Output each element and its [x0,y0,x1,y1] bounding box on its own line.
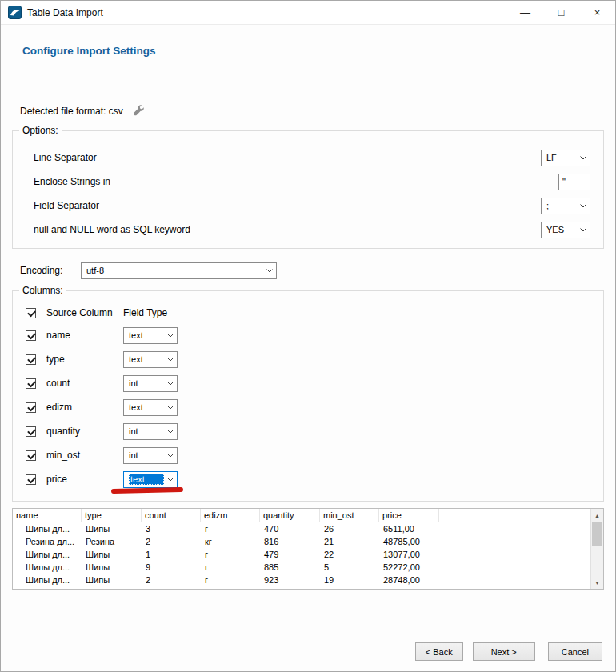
cell-quantity: 479 [260,548,320,561]
maximize-button[interactable]: □ [543,1,579,24]
cell-min-ost: 21 [320,535,379,548]
chevron-down-icon [266,269,273,273]
cell-count: 9 [142,561,201,574]
cell-type: Шипы [82,548,142,561]
enclose-strings-input[interactable] [558,174,590,190]
chevron-down-icon [580,204,586,208]
column-row-edizm: edizm text [26,395,590,419]
column-checkbox-count[interactable] [26,378,36,389]
next-button[interactable]: Next > [473,642,535,661]
table-row[interactable]: Шипы дл... Шипы 3 г 470 26 6511,00 [13,522,590,535]
cell-type: Шипы [82,574,142,586]
cell-edizm: г [201,574,260,586]
field-type-select-count[interactable]: int [123,375,178,392]
column-row-type: type text [26,347,590,371]
field-type-select-type[interactable]: text [123,351,178,368]
field-type-value: text [129,354,164,364]
cell-name: Шипы дл... [13,522,82,535]
preview-col-header-name[interactable]: name [13,509,82,522]
preview-col-header-edizm[interactable]: edizm [201,509,260,522]
chevron-down-icon [167,358,174,362]
footer-buttons: < Back Next > Cancel [415,642,602,661]
cell-type: Резина [82,535,142,548]
preview-col-header-quantity[interactable]: quantity [260,509,320,522]
cell-count: 2 [142,535,201,548]
scrollbar-thumb[interactable] [592,522,602,546]
cell-count: 3 [142,522,201,535]
preview-table-header: name type count edizm quantity min_ost p… [13,509,590,522]
cell-quantity: 885 [260,561,320,574]
column-name-label: name [46,330,123,341]
scroll-down-icon[interactable]: ▼ [591,576,603,589]
cell-price: 6511,00 [379,522,439,535]
column-checkbox-price[interactable] [26,474,36,485]
back-button[interactable]: < Back [415,642,463,661]
cell-type: Шипы [82,522,142,535]
preview-col-header-min-ost[interactable]: min_ost [320,509,379,522]
cell-filler [439,561,590,574]
chevron-down-icon [167,430,174,434]
preview-col-header-type[interactable]: type [82,509,142,522]
field-type-value-selected: text [129,474,164,485]
cell-name: Шипы дл... [13,574,82,586]
preview-table: name type count edizm quantity min_ost p… [12,508,604,590]
preview-col-header-price[interactable]: price [379,509,439,522]
line-separator-select[interactable]: LF [541,150,590,166]
scroll-up-icon[interactable]: ▲ [591,509,603,522]
wrench-icon[interactable] [133,105,146,118]
table-row[interactable]: Резина дл... Резина 2 кг 816 21 48785,00 [13,535,590,548]
window-title: Table Data Import [27,7,103,18]
column-checkbox-quantity[interactable] [26,426,36,437]
cell-min-ost: 26 [320,522,379,535]
field-type-select-quantity[interactable]: int [123,423,178,440]
encoding-select[interactable]: utf-8 [81,262,277,279]
line-separator-value: LF [546,153,577,162]
preview-col-header-count[interactable]: count [142,509,201,522]
field-type-value: text [129,402,164,412]
null-keyword-row: null and NULL word as SQL keyword YES [26,218,590,242]
field-separator-select[interactable]: ; [541,198,590,214]
enclose-strings-label: Enclose Strings in [26,176,110,187]
table-row[interactable]: Шипы дл... Шипы 1 г 479 22 13077,00 [13,548,590,561]
cancel-button[interactable]: Cancel [548,642,602,661]
titlebar[interactable]: Table Data Import — □ × [1,1,615,25]
column-name-label: edizm [46,402,123,413]
preview-col-header-filler [439,509,590,522]
line-separator-label: Line Separator [26,152,97,163]
cell-price: 52272,00 [379,561,439,574]
cell-edizm: кг [201,535,260,548]
preview-table-inner: name type count edizm quantity min_ost p… [13,509,590,586]
field-type-select-price[interactable]: text [123,471,178,488]
null-keyword-value: YES [546,225,577,234]
field-type-value: int [129,450,164,460]
field-type-value: int [129,378,164,388]
column-checkbox-type[interactable] [26,354,36,365]
detected-format-row: Detected file format: csv [20,104,604,118]
minimize-button[interactable]: — [507,1,543,24]
column-checkbox-edizm[interactable] [26,402,36,413]
field-type-select-name[interactable]: text [123,327,178,344]
column-row-count: count int [26,371,590,395]
field-type-select-min-ost[interactable]: int [123,447,178,464]
enclose-strings-row: Enclose Strings in [26,170,590,194]
cell-edizm: г [201,561,260,574]
table-row[interactable]: Шипы дл... Шипы 9 г 885 5 52272,00 [13,561,590,574]
cell-min-ost: 22 [320,548,379,561]
column-checkbox-min-ost[interactable] [26,450,36,461]
vertical-scrollbar[interactable]: ▲ ▼ [590,509,603,589]
page-title: Configure Import Settings [12,25,604,57]
cell-name: Шипы дл... [13,561,82,574]
close-button[interactable]: × [579,1,615,24]
select-all-checkbox[interactable] [26,308,36,318]
cell-filler [439,522,590,535]
chevron-down-icon [167,382,174,386]
null-keyword-select[interactable]: YES [541,222,590,238]
cell-filler [439,548,590,561]
table-row[interactable]: Шипы дл... Шипы 2 г 923 19 28748,00 [13,574,590,586]
field-type-select-edizm[interactable]: text [123,399,178,416]
chevron-down-icon [167,454,174,458]
column-checkbox-name[interactable] [26,330,36,341]
column-name-label: count [46,378,123,389]
source-column-header: Source Column [46,307,123,318]
column-row-name: name text [26,323,590,347]
